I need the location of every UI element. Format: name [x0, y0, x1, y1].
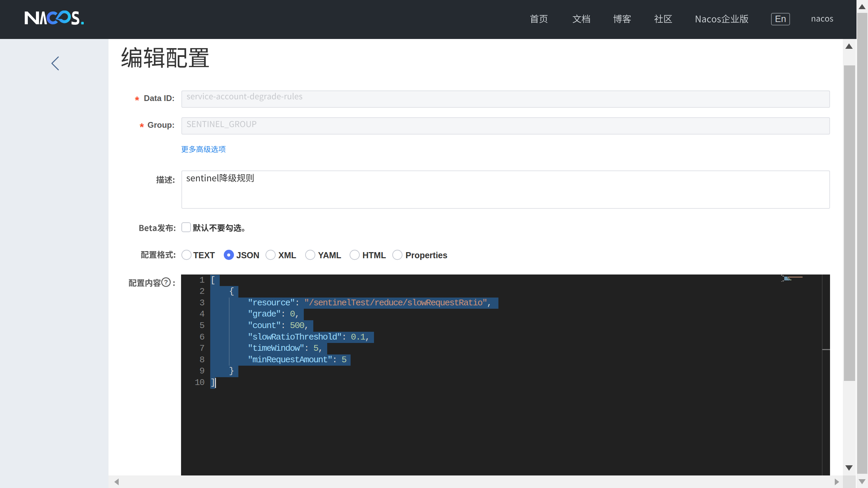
svg-text:?: ?	[164, 279, 168, 286]
